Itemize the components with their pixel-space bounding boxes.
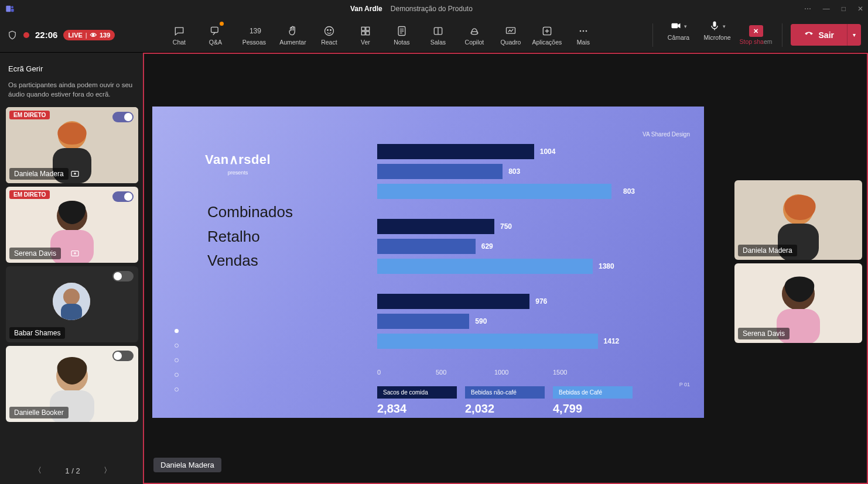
nav-dot[interactable] [175, 344, 179, 348]
copilot-icon [468, 25, 481, 37]
leave-options-button[interactable]: ▾ [847, 24, 861, 46]
participant-name: Serena Davis [9, 248, 61, 259]
nav-dot[interactable] [175, 358, 179, 362]
svg-rect-3 [211, 27, 218, 32]
page-indicator: 1 / 2 [65, 466, 80, 475]
qa-icon [209, 25, 222, 37]
nav-dot[interactable] [175, 387, 179, 392]
participant-name: Daniela Madera [738, 245, 797, 256]
bring-on-screen-toggle[interactable] [112, 271, 134, 282]
more-dots-icon[interactable]: ⋯ [804, 5, 811, 13]
sidebar-note: Os participantes ainda podem ouvir o seu… [6, 77, 139, 107]
copilot-button[interactable]: Copilot [458, 20, 491, 50]
view-button[interactable]: Ver [349, 20, 382, 50]
slide-chart: 100480380375062913809765901412 0 500 100… [377, 144, 658, 416]
ellipsis-icon [577, 25, 590, 37]
smile-icon [323, 25, 336, 37]
svg-point-8 [330, 29, 332, 30]
recording-indicator-icon [23, 32, 29, 38]
chart-legend: Sacos de comida Bebidas não-café Bebidas… [377, 386, 658, 399]
sidebar-title: Ecrã Gerir [6, 59, 139, 77]
bar-value-label: 976 [535, 297, 547, 305]
participant-tile[interactable]: Danielle Booker [6, 346, 138, 422]
participant-tiles: EM DIRETO Daniela Madera EM DIRETO Seren… [6, 107, 139, 422]
camera-icon [670, 20, 682, 33]
chart-bar: 1380 [377, 259, 658, 274]
participant-tile[interactable]: Serena Davis [734, 263, 862, 343]
svg-rect-9 [361, 27, 365, 30]
bring-on-screen-toggle[interactable] [112, 112, 134, 122]
svg-rect-12 [366, 31, 370, 35]
shield-icon[interactable] [7, 30, 18, 40]
meeting-name: Demonstração do Produto [391, 5, 473, 13]
total-value: 2,834 [377, 402, 457, 416]
svg-rect-34 [61, 304, 82, 320]
bar-value-label: 803 [508, 167, 520, 176]
live-tag: EM DIRETO [9, 190, 50, 199]
notes-icon [395, 25, 408, 37]
participant-tile[interactable]: Babar Shames [6, 266, 138, 342]
whiteboard-button[interactable]: Quadro [494, 20, 527, 50]
chart-bar: 750 [377, 219, 658, 234]
svg-rect-0 [6, 6, 11, 12]
svg-point-19 [583, 30, 585, 32]
manage-screen-sidebar: Ecrã Gerir Os participantes ainda podem … [0, 53, 143, 484]
chevron-down-icon[interactable]: ▾ [684, 23, 687, 29]
viewer-count: 139 [100, 32, 110, 39]
svg-point-1 [11, 6, 13, 8]
slide-heading: Combinados Retalho Vendas [207, 200, 293, 273]
close-icon[interactable]: ✕ [857, 5, 863, 13]
participant-tile[interactable]: EM DIRETO Serena Davis [6, 187, 138, 263]
participant-tile[interactable]: EM DIRETO Daniela Madera [6, 107, 138, 183]
presenter-name-tag: Daniela Madera [153, 458, 221, 472]
pager: 〈 1 / 2 〉 [6, 459, 139, 484]
people-button[interactable]: 139 Pessoas [235, 20, 273, 50]
microphone-button[interactable]: ▾ Microfone [700, 20, 735, 50]
live-badge[interactable]: LIVE | 👁 139 [63, 30, 115, 40]
chart-bar: 590 [377, 314, 658, 329]
next-page-button[interactable]: 〉 [101, 465, 114, 476]
grid-icon [359, 25, 372, 37]
bring-on-screen-toggle[interactable] [112, 191, 134, 202]
svg-point-15 [471, 31, 478, 34]
more-button[interactable]: Mais [567, 20, 600, 50]
bring-on-screen-toggle[interactable] [112, 351, 134, 361]
total-value: 2,032 [465, 402, 545, 416]
spotlight-participants: Daniela Madera Serena Davis [732, 174, 864, 343]
rooms-button[interactable]: Salas [422, 20, 454, 50]
chevron-down-icon[interactable]: ▾ [723, 23, 726, 29]
participant-tile[interactable]: Daniela Madera [734, 180, 862, 260]
prev-page-button[interactable]: 〈 [31, 465, 44, 476]
chart-bar: 803 [377, 164, 658, 179]
title-bar: Van Ardle Demonstração do Produto ⋯ ― □ … [0, 0, 868, 18]
bar-value-label: 1412 [604, 337, 620, 345]
qa-button[interactable]: Q&A [199, 20, 232, 50]
microphone-icon [709, 20, 720, 33]
people-count: 139 [250, 27, 261, 35]
legend-item: Bebidas de Café [553, 386, 633, 399]
svg-rect-22 [713, 21, 716, 26]
react-button[interactable]: React [313, 20, 346, 50]
legend-item: Sacos de comida [377, 386, 457, 399]
raise-hand-button[interactable]: Aumentar [276, 20, 309, 50]
maximize-icon[interactable]: □ [842, 5, 846, 13]
stop-sharing-icon: ✕ [749, 25, 763, 37]
svg-rect-21 [672, 23, 678, 28]
teams-app-icon [5, 4, 15, 14]
nav-dot[interactable] [175, 373, 179, 377]
leave-button[interactable]: Sair [791, 24, 847, 46]
camera-button[interactable]: ▾ Câmara [661, 20, 696, 50]
slide-template-tag: VA Shared Design [643, 131, 690, 138]
stop-sharing-button[interactable]: ✕ Stop sharingStop shaem [739, 25, 774, 45]
svg-rect-2 [11, 9, 14, 12]
notes-button[interactable]: Notas [385, 20, 418, 50]
participant-name: Babar Shames [9, 327, 65, 339]
minimize-icon[interactable]: ― [823, 5, 830, 13]
eye-icon: 👁 [90, 32, 97, 39]
chart-totals: 2,834 2,032 4,799 [377, 402, 658, 416]
bar-value-label: 629 [481, 242, 493, 250]
hand-icon [286, 25, 299, 37]
nav-dot[interactable] [175, 329, 179, 333]
chat-button[interactable]: Chat [163, 20, 196, 50]
apps-button[interactable]: Aplicações [531, 20, 563, 50]
